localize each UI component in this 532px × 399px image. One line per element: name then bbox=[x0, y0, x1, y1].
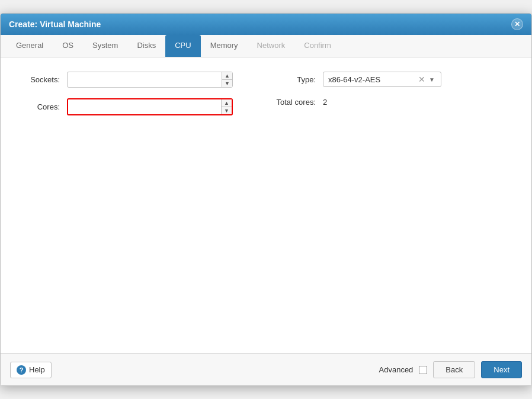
sockets-label: Sockets: bbox=[12, 75, 60, 84]
type-row: Type: x86-64-v2-AES ✕ ▼ bbox=[268, 72, 441, 87]
tab-disks[interactable]: Disks bbox=[127, 35, 165, 57]
tab-bar: General OS System Disks CPU Memory Netwo… bbox=[1, 35, 531, 57]
tab-memory[interactable]: Memory bbox=[201, 35, 248, 57]
close-button[interactable]: ✕ bbox=[511, 18, 523, 30]
type-select-actions: ✕ ▼ bbox=[418, 75, 436, 84]
total-cores-value: 2 bbox=[323, 98, 327, 107]
footer-right: Advanced Back Next bbox=[379, 361, 522, 378]
tab-cpu[interactable]: CPU bbox=[165, 35, 200, 57]
type-clear-button[interactable]: ✕ bbox=[418, 75, 425, 84]
help-button[interactable]: ? Help bbox=[10, 362, 52, 378]
cpu-content: Sockets: 1 ▲ ▼ Cores: 2 ▲ bbox=[1, 57, 531, 353]
footer-left: ? Help bbox=[10, 362, 52, 378]
tab-os[interactable]: OS bbox=[53, 35, 83, 57]
type-label: Type: bbox=[268, 75, 316, 84]
advanced-checkbox[interactable] bbox=[419, 366, 427, 374]
dialog-header: Create: Virtual Machine ✕ bbox=[1, 14, 531, 35]
help-icon: ? bbox=[17, 365, 26, 375]
cores-increment-button[interactable]: ▲ bbox=[222, 99, 232, 107]
sockets-increment-button[interactable]: ▲ bbox=[222, 72, 232, 80]
advanced-label: Advanced bbox=[379, 365, 414, 374]
create-vm-dialog: Create: Virtual Machine ✕ General OS Sys… bbox=[0, 13, 532, 386]
type-select[interactable]: x86-64-v2-AES ✕ ▼ bbox=[323, 72, 441, 87]
tab-network: Network bbox=[248, 35, 295, 57]
dialog-title: Create: Virtual Machine bbox=[9, 20, 101, 29]
dialog-footer: ? Help Advanced Back Next bbox=[1, 353, 531, 385]
close-icon: ✕ bbox=[514, 20, 520, 28]
cores-row: Cores: 2 ▲ ▼ bbox=[12, 98, 233, 115]
cores-label: Cores: bbox=[12, 102, 60, 111]
sockets-decrement-button[interactable]: ▼ bbox=[222, 80, 232, 87]
total-cores-row: Total cores: 2 bbox=[268, 98, 441, 107]
sockets-spinbox-buttons: ▲ ▼ bbox=[222, 72, 232, 87]
sockets-input[interactable]: 1 bbox=[68, 72, 222, 87]
next-button[interactable]: Next bbox=[481, 361, 522, 378]
help-label: Help bbox=[29, 365, 45, 374]
cores-input[interactable]: 2 bbox=[68, 99, 221, 114]
question-mark-icon: ? bbox=[20, 366, 24, 374]
cores-spinbox-buttons: ▲ ▼ bbox=[221, 99, 232, 114]
tab-general[interactable]: General bbox=[7, 35, 53, 57]
back-button[interactable]: Back bbox=[433, 361, 475, 378]
type-select-value: x86-64-v2-AES bbox=[328, 75, 380, 84]
sockets-spinbox[interactable]: 1 ▲ ▼ bbox=[67, 72, 233, 88]
type-dropdown-arrow[interactable]: ▼ bbox=[428, 76, 436, 83]
cores-spinbox[interactable]: 2 ▲ ▼ bbox=[67, 98, 233, 115]
tab-system[interactable]: System bbox=[83, 35, 127, 57]
total-cores-label: Total cores: bbox=[268, 98, 316, 107]
tab-confirm: Confirm bbox=[294, 35, 341, 57]
cores-decrement-button[interactable]: ▼ bbox=[222, 107, 232, 114]
sockets-row: Sockets: 1 ▲ ▼ bbox=[12, 72, 233, 88]
